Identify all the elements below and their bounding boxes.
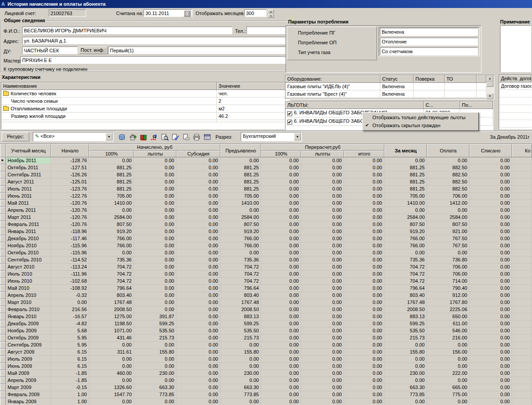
- grid-row[interactable]: ►Ноябрь 2011-128.760.000.000.000.000.000…: [0, 157, 532, 164]
- doc-hand-icon[interactable]: [181, 132, 191, 142]
- grid-col-start[interactable]: Начало: [51, 144, 89, 157]
- chevron-down-icon[interactable]: ▼: [294, 133, 301, 140]
- address-input[interactable]: [22, 37, 288, 44]
- printer-icon[interactable]: [192, 132, 201, 142]
- consumption-value-1[interactable]: [380, 38, 478, 46]
- scroll-thumb[interactable]: [486, 82, 493, 87]
- grid-row[interactable]: Сентябрь 20095.950.000.000.000.000.000.0…: [0, 342, 532, 349]
- grid-row[interactable]: Май 2011-120.761410.000.000.001410.000.0…: [0, 200, 532, 207]
- grid-col-per-month[interactable]: За месяц: [384, 144, 427, 157]
- grid-row[interactable]: Март 2009-0.151326.60663.300.00663.300.0…: [0, 384, 532, 391]
- benefits-col-to[interactable]: По...: [460, 101, 493, 109]
- equip-col-to[interactable]: ТО: [445, 75, 477, 83]
- grid-row[interactable]: Июнь 2011-122.76705.000.000.00705.000.00…: [0, 193, 532, 200]
- spin-up-icon[interactable]: ▲: [268, 9, 274, 13]
- resource-combo[interactable]: ✎ <Все> ▼: [33, 132, 113, 141]
- grid-row[interactable]: Январь 20091.000.000.000.000.000.000.000…: [0, 398, 532, 405]
- char-row[interactable]: Количество человекчел.: [1, 90, 290, 97]
- calendar-button[interactable]: 15: [184, 10, 191, 17]
- months-input[interactable]: [244, 9, 266, 17]
- grid-col-last[interactable]: Ко: [512, 144, 532, 157]
- chevron-down-icon[interactable]: ▼: [106, 133, 113, 140]
- grid-row[interactable]: Сентябрь 2010-114.52735.360.000.00735.36…: [0, 257, 532, 264]
- grid-row[interactable]: Январь 2011-118.96919.200.000.00919.200.…: [0, 228, 532, 235]
- equipment-scrollbar[interactable]: ▲ ▼: [486, 75, 494, 99]
- grid-row[interactable]: Июнь 20096.150.000.000.000.000.000.000.0…: [0, 363, 532, 370]
- account-input[interactable]: [49, 9, 86, 17]
- grid-row[interactable]: Июль 2011-123.76881.250.000.00881.250.00…: [0, 186, 532, 193]
- char-col-name[interactable]: Наименование: [1, 82, 217, 90]
- grid-col-payment[interactable]: Оплата: [427, 144, 469, 157]
- grid-row[interactable]: Ноябрь 20095.681071.00535.500.00535.500.…: [0, 327, 532, 335]
- grid-col-month[interactable]: Учетный месяц: [6, 144, 51, 157]
- consumption-value-0[interactable]: [380, 28, 478, 36]
- du-input[interactable]: [22, 47, 78, 54]
- home-icon[interactable]: [128, 132, 137, 142]
- benefits-col-title[interactable]: ЛЬГОТЫ:: [286, 101, 424, 109]
- context-menu-item[interactable]: ✔Отображать скрытых граждан: [363, 121, 478, 129]
- spin-down-icon[interactable]: ▼: [268, 14, 274, 18]
- equip-col-name[interactable]: Оборудование:: [286, 75, 380, 83]
- scroll-up-icon[interactable]: ▲: [486, 75, 493, 82]
- grid-row[interactable]: Апрель 2010-0.32803.400.000.00803.400.00…: [0, 292, 532, 299]
- table-icon[interactable]: [202, 132, 212, 142]
- fio-input[interactable]: [22, 27, 232, 34]
- scroll-down-icon[interactable]: ▼: [486, 93, 493, 99]
- grid-col-recalc-total[interactable]: итого: [344, 151, 384, 157]
- grid-row[interactable]: Октябрь 20095.95431.46215.730.00215.730.…: [0, 335, 532, 342]
- grid-col-recalc-100[interactable]: 100%: [261, 151, 301, 157]
- char-row[interactable]: Отапливаемые площадим2: [1, 105, 290, 113]
- grid-col-presented[interactable]: Предъявлено: [220, 144, 261, 157]
- database-icon[interactable]: [117, 132, 127, 142]
- contract-row[interactable]: Договор газос: [499, 82, 532, 90]
- master-input[interactable]: [20, 56, 288, 64]
- grid-row[interactable]: Декабрь 2010-117.46766.000.000.00766.000…: [0, 235, 532, 242]
- grid-row[interactable]: Май 2009-1.85460.00230.000.00230.000.000…: [0, 370, 532, 377]
- grid-row[interactable]: Август 2011-125.01881.250.000.00881.250.…: [0, 179, 532, 186]
- grid-col-written-off[interactable]: Списано: [469, 144, 512, 157]
- equip-col-status[interactable]: Статус: [380, 75, 414, 83]
- grid-col-accrued-100[interactable]: 100%: [89, 151, 134, 157]
- grid-row[interactable]: Январь 2010-16.571275.00391.870.00883.13…: [0, 313, 532, 320]
- grid-row[interactable]: Февраль 20091.001547.70773.850.00773.850…: [0, 391, 532, 398]
- grid-col-recalc-lgoty[interactable]: льготы: [301, 151, 344, 157]
- consumption-value-2[interactable]: [380, 47, 478, 55]
- grid-row[interactable]: Октябрь 2011-127.51881.250.000.00881.250…: [0, 164, 532, 171]
- grid-col-accrued-lgoty[interactable]: льготы: [134, 151, 176, 157]
- grid-row[interactable]: Сентябрь 2011-126.26881.250.000.00881.25…: [0, 171, 532, 179]
- char-row[interactable]: Число членов семьи2: [1, 97, 290, 105]
- grid-row[interactable]: Февраль 2011-120.76807.500.000.00807.500…: [0, 221, 532, 228]
- equipment-row[interactable]: Газовые плиты "ИДЕЛЬ (4)"Включена: [286, 83, 494, 90]
- char-row[interactable]: Размер жилой площади46.2: [1, 113, 290, 120]
- checkbox-icon[interactable]: ✔: [287, 111, 292, 116]
- recalc-icon[interactable]: Я: [149, 132, 159, 142]
- note-box[interactable]: [500, 25, 531, 72]
- grid-row[interactable]: Август 20096.15311.61155.800.00155.800.0…: [0, 349, 532, 356]
- grid-row[interactable]: Март 20100.001767.480.000.001767.480.000…: [0, 299, 532, 306]
- grid-row[interactable]: Июль 2010-111.96704.720.000.00704.720.00…: [0, 271, 532, 278]
- context-menu-item[interactable]: Отображать только действующие льготы: [363, 113, 478, 121]
- post-inf-input[interactable]: [108, 47, 288, 54]
- ledger-icon[interactable]: [138, 132, 148, 142]
- resource-button[interactable]: Ресурс:: [2, 132, 29, 141]
- grid-row[interactable]: Октябрь 2010-115.960.000.000.000.000.000…: [0, 249, 532, 257]
- grid-row[interactable]: Май 2010-108.92796.640.000.00796.640.000…: [0, 285, 532, 292]
- doc-check-icon[interactable]: [170, 132, 180, 142]
- grid-row[interactable]: Декабрь 2009-4.821198.50599.250.00599.25…: [0, 320, 532, 327]
- equip-col-check[interactable]: Поверка: [414, 75, 445, 83]
- grid-row[interactable]: Июнь 2010-102.68704.720.000.00704.720.00…: [0, 278, 532, 285]
- grid-row[interactable]: Апрель 2009-1.850.000.000.000.000.000.00…: [0, 377, 532, 384]
- equipment-row[interactable]: Газовые плиты "Брест (4)"Включена: [286, 90, 494, 98]
- grid-row[interactable]: Апрель 2011-120.760.000.000.000.000.000.…: [0, 207, 532, 214]
- grid-row[interactable]: Февраль 2010216.562008.500.000.002008.50…: [0, 306, 532, 313]
- grid-row[interactable]: Август 2010-113.24704.720.000.00704.720.…: [0, 264, 532, 271]
- grid-col-subsidy[interactable]: Субсидия: [176, 151, 220, 157]
- preview-icon[interactable]: [160, 132, 169, 142]
- checkbox-icon[interactable]: ✔: [287, 120, 292, 125]
- tel-input[interactable]: [246, 27, 288, 34]
- char-col-value[interactable]: Значение: [217, 82, 290, 90]
- section-combo[interactable]: Бухгалтерский ▼: [241, 132, 302, 141]
- benefits-col-from[interactable]: С...: [424, 101, 460, 109]
- grid-row[interactable]: Июль 20096.150.000.000.000.000.000.000.0…: [0, 356, 532, 363]
- grid-row[interactable]: Март 2011-120.762584.000.000.002584.000.…: [0, 214, 532, 221]
